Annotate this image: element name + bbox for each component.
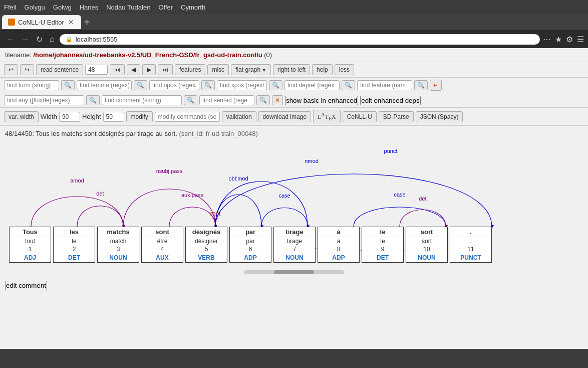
token-2[interactable]: les le 2 DET — [53, 227, 95, 263]
main-content: filename: /home/johannes/ud-treebanks-v2… — [0, 48, 588, 349]
back-button[interactable]: ← — [4, 34, 16, 45]
svg-text:nsubj:pass: nsubj:pass — [156, 168, 183, 174]
find-lemma-search-button[interactable]: 🔍 — [134, 80, 147, 90]
show-basic-button[interactable]: show basic in enhanced — [285, 96, 358, 105]
menu-offer[interactable]: Offer — [158, 4, 173, 11]
download-image-button[interactable]: download image — [258, 111, 311, 122]
home-button[interactable]: ⌂ — [48, 34, 57, 45]
menu-golwg[interactable]: Golwg — [53, 4, 72, 11]
token-lemma-6: par — [230, 237, 271, 245]
edit-enhanced-button[interactable]: edit enhanced deps — [360, 96, 420, 105]
conllu-button[interactable]: CoNLL-U — [343, 111, 377, 122]
find-upos-input[interactable] — [149, 80, 199, 90]
bookmark-button[interactable]: ★ — [555, 35, 562, 44]
browser-tab[interactable]: CoNLL-U Editor ✕ — [2, 15, 81, 29]
horizontal-scrollbar[interactable] — [244, 270, 344, 274]
address-bar[interactable]: 🔒 localhost:5555 — [60, 34, 540, 45]
find-xpos-search-button[interactable]: 🔍 — [269, 80, 282, 90]
find-form-input[interactable] — [4, 80, 59, 90]
menu-nodau[interactable]: Nodau Tudalen — [106, 4, 150, 11]
right-to-left-button[interactable]: right to left — [273, 64, 310, 75]
edit-comment-button[interactable]: edit comment — [5, 281, 47, 290]
find-deprel-search-button[interactable]: 🔍 — [342, 80, 355, 90]
height-input[interactable] — [103, 112, 124, 122]
var-width-button[interactable]: var. width — [4, 111, 39, 122]
find-xpos-input[interactable] — [217, 80, 267, 90]
token-4[interactable]: sont être 4 AUX — [141, 227, 183, 263]
return-button[interactable]: ↵ — [430, 80, 442, 91]
less-button[interactable]: less — [335, 64, 354, 75]
new-tab-button[interactable]: + — [84, 17, 90, 28]
menu-button[interactable]: ☰ — [577, 35, 584, 44]
token-pos-4: AUX — [142, 253, 183, 262]
features-button[interactable]: features — [175, 64, 205, 75]
token-9[interactable]: le le 9 DET — [362, 227, 404, 263]
sentence-number-input[interactable] — [85, 65, 108, 75]
find-feature-input[interactable] — [357, 80, 412, 90]
modify-button[interactable]: modify — [126, 111, 153, 122]
nav-next-button[interactable]: ▶ — [142, 64, 156, 75]
find-sentid-search-button[interactable]: 🔍 — [256, 95, 270, 105]
token-lemma-5: désigner — [186, 237, 227, 245]
find-deprel-input[interactable] — [284, 80, 340, 90]
find-upos-search-button[interactable]: 🔍 — [201, 80, 215, 90]
read-sentence-button[interactable]: read sentence — [36, 64, 83, 75]
tab-close-button[interactable]: ✕ — [67, 18, 75, 26]
find-comment-input[interactable] — [102, 95, 182, 105]
more-button[interactable]: ⋯ — [543, 35, 551, 44]
filename-bar: filename: /home/johannes/ud-treebanks-v2… — [0, 48, 588, 62]
modify-commands-input[interactable] — [155, 112, 220, 122]
sd-parse-button[interactable]: SD-Parse — [379, 111, 414, 122]
forward-button[interactable]: → — [19, 34, 31, 45]
find-comment-search-button[interactable]: 🔍 — [184, 95, 197, 105]
nav-prev-button[interactable]: ◀ — [127, 64, 140, 75]
nav-first-button[interactable]: ⏮ — [110, 64, 125, 75]
json-button[interactable]: JSON (Spacy) — [416, 111, 463, 122]
validation-button[interactable]: validation — [222, 111, 256, 122]
toolbar-row1: ↩ ↪ read sentence ⏮ ◀ ▶ ⏭ features misc … — [0, 62, 588, 78]
svg-text:det: det — [419, 196, 426, 202]
token-pos-9: DET — [362, 253, 403, 262]
undo-button[interactable]: ↩ — [4, 64, 18, 75]
svg-text:det: det — [96, 191, 104, 197]
redo-button[interactable]: ↪ — [20, 64, 34, 75]
nav-last-button[interactable]: ⏭ — [158, 64, 173, 75]
svg-text:case: case — [278, 193, 290, 199]
find-any-search-button[interactable]: 🔍 — [86, 95, 100, 105]
refresh-button[interactable]: ↻ — [34, 34, 45, 45]
token-7[interactable]: tirage tirage 7 NOUN — [273, 227, 316, 263]
clear-search-button[interactable]: ✕ — [272, 95, 283, 105]
token-1[interactable]: Tous tout 1 ADJ — [9, 227, 51, 263]
search-row2: 🔍 🔍 🔍 ✕ show basic in enhanced edit enha… — [0, 93, 588, 108]
find-any-input[interactable] — [4, 95, 84, 105]
find-feature-search-button[interactable]: 🔍 — [414, 80, 428, 90]
tab-bar: CoNLL-U Editor ✕ + — [0, 14, 588, 30]
extensions-button[interactable]: ⚙ — [566, 35, 573, 44]
find-form-search-button[interactable]: 🔍 — [61, 80, 75, 90]
find-lemma-input[interactable] — [77, 80, 132, 90]
token-form-7: tirage — [274, 227, 315, 237]
svg-text:amod: amod — [70, 177, 84, 183]
menu-ffeil[interactable]: Ffeil — [4, 4, 17, 11]
token-3[interactable]: matchs match 3 NOUN — [97, 227, 139, 263]
token-10[interactable]: sort sort 10 NOUN — [406, 227, 448, 263]
width-input[interactable] — [59, 112, 80, 122]
menu-golygu[interactable]: Golygu — [25, 4, 45, 11]
tab-title: CoNLL-U Editor — [18, 19, 64, 26]
token-8[interactable]: à à 8 ADP — [318, 227, 360, 263]
token-form-10: sort — [406, 227, 447, 237]
latex-button[interactable]: LATEX — [313, 110, 341, 123]
token-pos-6: ADP — [230, 253, 271, 262]
token-num-5: 5 — [186, 245, 227, 253]
menu-hanes[interactable]: Hanes — [80, 4, 99, 11]
token-11[interactable]: . . 11 PUNCT — [450, 227, 492, 263]
filename-count: (0) — [264, 51, 272, 59]
flat-graph-button[interactable]: flat graph ▼ — [231, 64, 271, 75]
help-button[interactable]: help — [312, 64, 333, 75]
menu-cymorth[interactable]: Cymorth — [181, 4, 205, 11]
find-sentid-input[interactable] — [199, 95, 254, 105]
token-5[interactable]: désignés désigner 5 VERB — [185, 227, 227, 263]
token-6[interactable]: par par 6 ADP — [229, 227, 271, 263]
filename-path: /home/johannes/ud-treebanks-v2.5/UD_Fren… — [33, 51, 262, 59]
misc-button[interactable]: misc — [207, 64, 229, 75]
